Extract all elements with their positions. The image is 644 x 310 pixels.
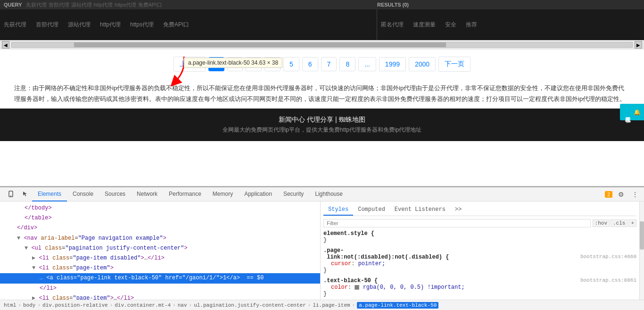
breadcrumb-ul[interactable]: ul.pagination.justify-content-center <box>194 302 306 308</box>
tab-memory[interactable]: Memory <box>207 187 239 201</box>
html-line-tbody-close: </tbody> <box>0 203 320 213</box>
html-line-li-disabled[interactable]: ▶ <li class="page-item disabled">…</li> <box>0 253 320 263</box>
style-rule-page-link: .page- link:not(:disabled):not(.disabled… <box>323 247 636 274</box>
col-header-8: 速度测量 <box>413 21 436 29</box>
styles-panel: Styles Computed Event Listeners >> :hov … <box>321 201 639 300</box>
styles-filter-input[interactable] <box>323 219 591 227</box>
tab-elements[interactable]: Elements <box>32 187 67 201</box>
scroll-area[interactable]: ◀ ▶ <box>0 40 644 50</box>
table-right: 匿名代理 速度测量 安全 推荐 <box>377 9 644 40</box>
col-header-10: 推荐 <box>466 21 477 29</box>
query-col-4: http代理 <box>94 1 113 8</box>
notice-text: 注意：由于网络的不确定性和非国外ip代理服务器的负载不稳定性，所以不能保证您在使… <box>0 79 644 109</box>
html-line-li-page-item[interactable]: ▼ <li class="page-item"> <box>0 263 320 273</box>
col-header-5: https代理 <box>130 21 154 29</box>
breadcrumb-a[interactable]: a.page-link.text-black-50 <box>357 302 438 309</box>
tab-application[interactable]: Application <box>239 187 278 201</box>
html-line-li-2[interactable]: ▶ <li class="page-item">…</li> <box>0 293 320 300</box>
html-line-nav[interactable]: ▼ <nav aria-label="Page navigation examp… <box>0 234 320 243</box>
breadcrumb-div-position[interactable]: div.position-relative <box>42 302 108 308</box>
styles-tab-event-listeners[interactable]: Event Listeners <box>390 204 450 216</box>
footer-title: 新闻中心 代理分享 | 蜘蛛地图 <box>7 116 637 124</box>
scroll-left-btn[interactable]: ◀ <box>2 41 9 49</box>
styles-tabs: Styles Computed Event Listeners >> <box>323 204 636 216</box>
style-rule-element: element.style { } <box>323 230 636 243</box>
browser-area: QUERY 先获代理 首部代理 源站代理 http代理 https代理 免费AP… <box>0 0 644 186</box>
styles-tab-more[interactable]: >> <box>450 204 466 216</box>
col-header-2: 首部代理 <box>36 21 58 29</box>
col-header-7: 匿名代理 <box>381 21 404 29</box>
query-col-3: 源站代理 <box>71 1 92 8</box>
next-page-btn[interactable]: 下一页 <box>438 57 471 72</box>
styles-filter-row: :hov .cls + <box>323 219 636 227</box>
breadcrumb-nav[interactable]: nav <box>178 302 187 308</box>
devtools-panel: Elements Console Sources Network Perform… <box>0 186 644 310</box>
filter-buttons: :hov .cls + <box>593 219 636 227</box>
col-header-1: 先获代理 <box>4 21 26 29</box>
pagination-area: 上一页 1 2 3 4 5 6 7 8 ... 1999 2000 下一页 <box>0 50 644 79</box>
page-btn-5[interactable]: 5 <box>283 57 299 71</box>
devtools-scrollbar-thumb <box>640 221 644 250</box>
col-header-6: 免费API口 <box>163 21 189 29</box>
tab-inspect-icon[interactable] <box>18 187 32 201</box>
breadcrumb-html[interactable]: html <box>4 302 16 308</box>
footer-dark: 新闻中心 代理分享 | 蜘蛛地图 全网最大的免费网页代理ip平台，提供大量免费h… <box>0 109 644 141</box>
col-header-4: http代理 <box>100 21 121 29</box>
styles-tab-computed[interactable]: Computed <box>353 204 390 216</box>
html-line-table-close: </table> <box>0 213 320 223</box>
html-line-ul[interactable]: ▼ <ul class="pagination justify-content-… <box>0 243 320 253</box>
page-btn-6[interactable]: 6 <box>302 57 318 71</box>
page-btn-8[interactable]: 8 <box>339 57 355 71</box>
breadcrumb-li[interactable]: li.page-item <box>313 302 350 308</box>
filter-add-btn[interactable]: + <box>628 219 636 227</box>
breadcrumb-div-container[interactable]: div.container.mt-4 <box>115 302 171 308</box>
query-results-bar: QUERY 先获代理 首部代理 源站代理 http代理 https代理 免费AP… <box>0 0 644 9</box>
html-line-li-close: </li> <box>0 284 320 293</box>
devtools-warning-badge: 2 <box>605 191 612 198</box>
tab-lighthouse[interactable]: Lighthouse <box>309 187 348 201</box>
html-line-a-selected[interactable]: … <a class="page-link text-black-50" hre… <box>0 273 320 283</box>
scroll-right-btn[interactable]: ▶ <box>635 41 642 49</box>
table-left: 先获代理 首部代理 源站代理 http代理 https代理 免费API口 <box>0 9 377 40</box>
html-panel[interactable]: </tbody> </table> </div> ▼ <nav aria-lab… <box>0 201 321 300</box>
filter-cls-btn[interactable]: .cls <box>611 219 627 227</box>
query-col-5: https代理 <box>115 1 136 8</box>
tab-console[interactable]: Console <box>67 187 99 201</box>
svg-point-1 <box>10 195 11 196</box>
page-btn-1999[interactable]: 1999 <box>379 57 406 71</box>
breadcrumb-bar: html › body › div.position-relative › di… <box>0 300 644 310</box>
devtools-tabs: Elements Console Sources Network Perform… <box>0 187 644 201</box>
query-col-2: 首部代理 <box>49 1 69 8</box>
tab-performance[interactable]: Performance <box>163 187 207 201</box>
page-btn-2000[interactable]: 2000 <box>409 57 436 71</box>
filter-hov-btn[interactable]: :hov <box>593 219 610 227</box>
tooltip-text: a.page-link.text-black-50 34.63 × 38 <box>188 59 278 66</box>
style-rule-text-black-50: .text-black-50 { bootstrap.css:8861 colo… <box>323 277 636 297</box>
query-col-1: 先获代理 <box>26 1 47 8</box>
page-btn-7[interactable]: 7 <box>321 57 337 71</box>
table-header-area: 先获代理 首部代理 源站代理 http代理 https代理 免费API口 匿名代… <box>0 9 644 40</box>
settings-icon[interactable]: ⚙ <box>616 190 626 199</box>
tab-security[interactable]: Security <box>278 187 309 201</box>
page-btn-dots[interactable]: ... <box>358 57 376 71</box>
col-header-9: 安全 <box>445 21 456 29</box>
tooltip-box: a.page-link.text-black-50 34.63 × 38 <box>184 58 282 68</box>
tab-sources[interactable]: Sources <box>99 187 131 201</box>
footer-subtitle: 全网最大的免费网页代理ip平台，提供大量免费http代理服务器和免费ip代理地址 <box>7 126 637 134</box>
scroll-thumb <box>74 42 446 47</box>
devtools-scrollbar[interactable] <box>639 201 644 300</box>
breadcrumb-body[interactable]: body <box>23 302 35 308</box>
notice-content: 注意：由于网络的不确定性和非国外ip代理服务器的负载不稳定性，所以不能保证您在使… <box>14 84 626 102</box>
devtools-icon-group: 2 ⚙ ⋮ <box>605 190 640 199</box>
online-service-btn[interactable]: 🔔 在线客服 <box>620 104 644 120</box>
scroll-track[interactable] <box>11 42 633 48</box>
devtools-body: </tbody> </table> </div> ▼ <nav aria-lab… <box>0 201 644 300</box>
more-options-icon[interactable]: ⋮ <box>630 190 640 199</box>
query-col-6: 免费API口 <box>138 1 162 8</box>
styles-tab-styles[interactable]: Styles <box>323 204 353 216</box>
col-header-3: 源站代理 <box>68 21 91 29</box>
tab-network[interactable]: Network <box>131 187 163 201</box>
tab-mobile-icon[interactable] <box>4 187 18 201</box>
html-line-div-close: </div> <box>0 223 320 233</box>
online-service-icon: 🔔 <box>634 109 640 116</box>
